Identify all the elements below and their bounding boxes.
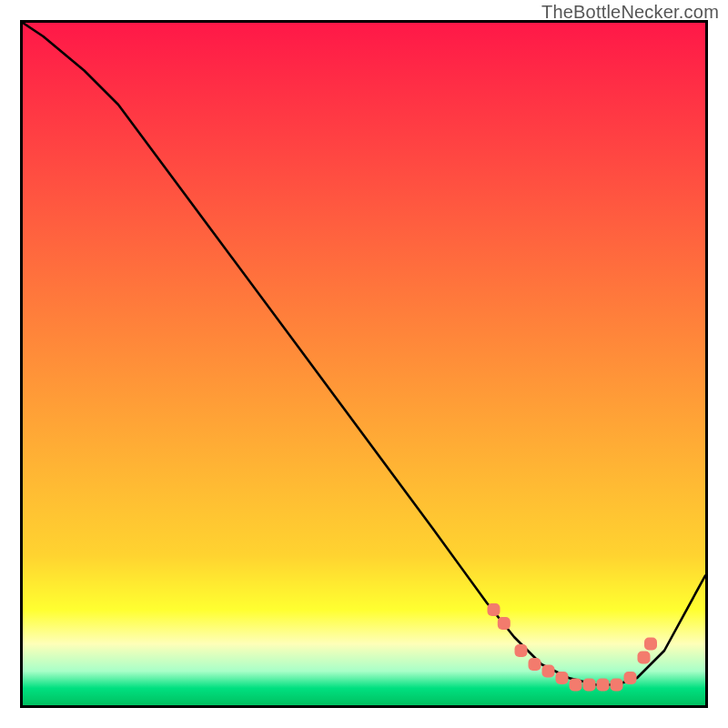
- marker-dot: [624, 672, 637, 684]
- marker-dot: [488, 603, 500, 616]
- watermark-text: TheBottleNecker.com: [541, 2, 719, 23]
- marker-dot: [529, 658, 541, 671]
- marker-dot: [498, 617, 511, 630]
- marker-dot: [644, 638, 657, 651]
- chart-canvas: [23, 23, 705, 705]
- chart-root: TheBottleNecker.com: [0, 0, 728, 728]
- chart-frame: [20, 20, 708, 708]
- marker-dot: [542, 665, 555, 678]
- marker-dot: [597, 679, 610, 692]
- chart-background: [23, 23, 705, 705]
- marker-dot: [583, 679, 596, 692]
- marker-dot: [515, 644, 528, 657]
- marker-dot: [611, 679, 623, 692]
- marker-dot: [556, 672, 569, 684]
- marker-dot: [638, 652, 651, 664]
- marker-dot: [570, 679, 582, 692]
